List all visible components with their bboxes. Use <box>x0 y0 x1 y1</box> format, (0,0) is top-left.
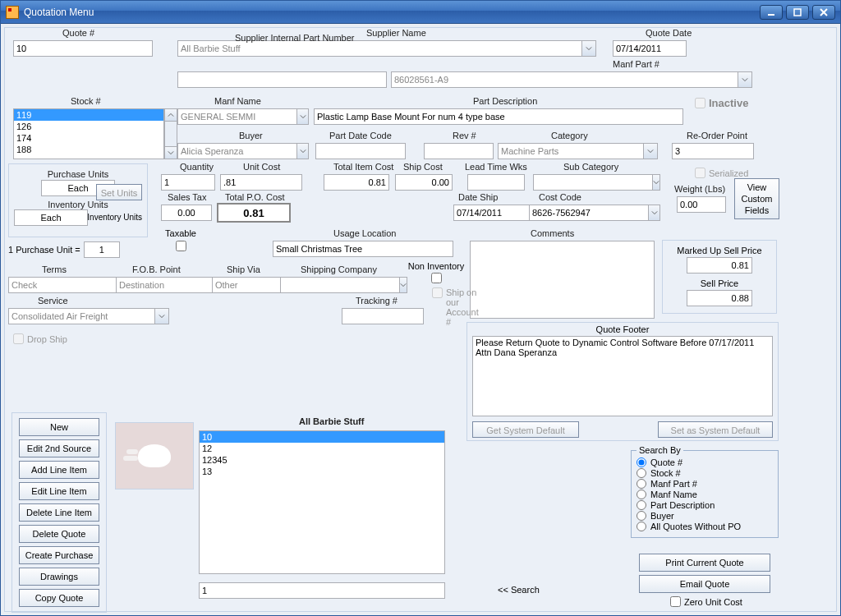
edit-2nd-source-button[interactable]: Edit 2nd Source <box>19 439 99 457</box>
email-quote-button[interactable]: Email Quote <box>639 575 770 593</box>
list-item[interactable]: 119 <box>14 109 163 121</box>
radio-input[interactable] <box>636 468 646 478</box>
part-desc-input[interactable] <box>314 108 683 125</box>
quote-listbox[interactable]: 10 12 12345 13 <box>199 430 445 574</box>
view-custom-fields-button[interactable]: View Custom Fields <box>734 178 779 219</box>
part-date-input[interactable] <box>315 143 406 159</box>
search-by-option[interactable]: Manf Part # <box>636 479 773 489</box>
radio-input[interactable] <box>636 522 646 531</box>
usage-input[interactable] <box>273 241 453 257</box>
edit-line-item-button[interactable]: Edit Line Item <box>19 482 99 500</box>
close-button[interactable] <box>812 5 835 20</box>
search-by-option[interactable]: Buyer <box>636 511 773 521</box>
create-purchase-button[interactable]: Create Purchase <box>19 546 99 564</box>
chevron-down-icon[interactable] <box>296 143 309 159</box>
search-button[interactable]: << Search <box>498 585 540 595</box>
list-item[interactable]: 12345 <box>200 454 444 466</box>
chevron-down-icon[interactable] <box>643 143 658 159</box>
radio-label: Buyer <box>650 511 674 521</box>
manf-part-dropdown[interactable] <box>391 71 738 88</box>
list-item[interactable]: 10 <box>200 431 444 443</box>
sell-input[interactable] <box>687 290 752 306</box>
service-dropdown[interactable] <box>8 308 154 324</box>
quote-num-input[interactable] <box>13 40 153 57</box>
radio-input[interactable] <box>636 511 646 521</box>
category-dropdown[interactable] <box>498 143 643 159</box>
total-item-label: Total Item Cost <box>333 162 393 172</box>
search-by-option[interactable]: Manf Name <box>636 490 773 499</box>
chevron-down-icon[interactable] <box>154 308 169 324</box>
sales-tax-input[interactable] <box>161 205 212 221</box>
delete-quote-button[interactable]: Delete Quote <box>19 525 99 543</box>
search-by-option[interactable]: Stock # <box>636 468 773 478</box>
lead-time-input[interactable] <box>467 174 525 191</box>
search-by-option[interactable]: All Quotes Without PO <box>636 522 773 531</box>
buyer-dropdown[interactable] <box>177 143 296 159</box>
list-item[interactable]: 126 <box>14 121 163 132</box>
sup-int-part-input[interactable] <box>177 71 387 88</box>
radio-input[interactable] <box>636 490 646 499</box>
list-item[interactable]: 13 <box>200 466 444 477</box>
set-units-button[interactable]: Set Units <box>96 184 142 200</box>
set-default-button[interactable]: Set as System Default <box>658 421 773 438</box>
purchase-unit-eq-input[interactable] <box>84 241 120 258</box>
scroll-up-icon[interactable] <box>164 108 177 122</box>
tracking-input[interactable] <box>342 308 424 324</box>
minimize-button[interactable] <box>760 5 783 20</box>
total-po-input[interactable] <box>217 203 291 223</box>
maximize-button[interactable] <box>786 5 809 20</box>
stock-listbox[interactable]: 119 126 174 188 <box>13 108 164 159</box>
ship-cost-input[interactable] <box>395 174 453 191</box>
markup-input[interactable] <box>687 257 752 274</box>
chevron-down-icon[interactable] <box>648 205 660 221</box>
quantity-input[interactable] <box>161 174 215 191</box>
get-default-button[interactable]: Get System Default <box>472 421 579 438</box>
inventory-units-input[interactable] <box>14 209 88 226</box>
footer-textarea[interactable]: Please Return Quote to Dynamic Control S… <box>472 336 773 416</box>
chevron-down-icon[interactable] <box>581 40 596 57</box>
subcat-dropdown[interactable] <box>533 174 652 191</box>
total-item-input[interactable] <box>324 174 389 191</box>
search-by-option[interactable]: Part Description <box>636 500 773 510</box>
weight-input[interactable] <box>677 196 726 213</box>
taxable-checkbox[interactable] <box>176 241 186 251</box>
radio-input[interactable] <box>636 457 646 467</box>
noninv-checkbox[interactable] <box>431 273 442 283</box>
print-quote-button[interactable]: Print Current Quote <box>639 554 770 572</box>
part-date-label: Part Date Code <box>329 131 392 140</box>
cost-code-label: Cost Code <box>539 192 581 202</box>
chevron-down-icon[interactable] <box>738 71 752 88</box>
chevron-down-icon[interactable] <box>399 277 407 293</box>
purchase-unit-eq-label: 1 Purchase Unit = <box>8 245 80 255</box>
rev-input[interactable] <box>424 143 494 159</box>
shipon-checkbox <box>432 287 443 298</box>
manf-name-dropdown[interactable] <box>177 108 296 125</box>
list-item[interactable]: 174 <box>14 132 163 144</box>
chevron-down-icon[interactable] <box>652 174 660 191</box>
dropship-label: Drop Ship <box>27 334 67 344</box>
radio-label: All Quotes Without PO <box>650 522 741 531</box>
copy-quote-button[interactable]: Copy Quote <box>19 589 99 607</box>
unit-cost-input[interactable] <box>220 174 302 191</box>
cost-code-dropdown[interactable] <box>529 205 648 221</box>
zero-unit-cost-checkbox[interactable] <box>670 596 681 607</box>
comments-textarea[interactable] <box>470 241 655 319</box>
delete-line-item-button[interactable]: Delete Line Item <box>19 503 99 522</box>
list-item[interactable]: 12 <box>200 443 444 454</box>
search-input[interactable] <box>199 582 445 599</box>
drawings-button[interactable]: Drawings <box>19 568 99 586</box>
radio-input[interactable] <box>636 479 646 489</box>
new-button[interactable]: New <box>19 418 99 436</box>
shipco-dropdown[interactable] <box>280 277 399 293</box>
add-line-item-button[interactable]: Add Line Item <box>19 461 99 479</box>
reorder-input[interactable] <box>672 143 754 159</box>
inactive-label: Inactive <box>709 97 748 109</box>
supplier-name-dropdown[interactable] <box>177 40 581 57</box>
scroll-down-icon[interactable] <box>164 146 177 159</box>
search-by-option[interactable]: Quote # <box>636 457 773 467</box>
terms-dropdown[interactable] <box>8 277 127 293</box>
chevron-down-icon[interactable] <box>296 108 309 125</box>
quote-date-input[interactable] <box>613 40 687 57</box>
list-item[interactable]: 188 <box>14 144 163 155</box>
radio-input[interactable] <box>636 500 646 510</box>
